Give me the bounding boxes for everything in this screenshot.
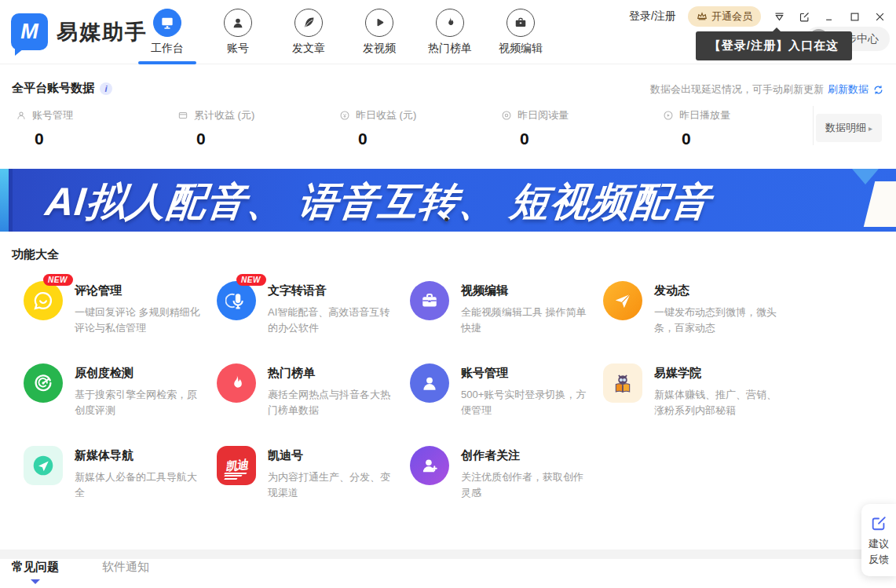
nav-item-hot-list[interactable]: 热门榜单: [415, 9, 485, 56]
feedback-button[interactable]: 建议 反馈: [861, 504, 896, 576]
feedback-label-line2: 反馈: [869, 552, 889, 568]
feature-title: 原创度检测: [75, 366, 207, 381]
section-divider: [0, 550, 896, 559]
navigation-icon: [24, 446, 63, 485]
tab-software-notice[interactable]: 软件通知: [102, 560, 149, 575]
feature-desc: 基于搜索引擎全网检索，原创度评测: [75, 387, 207, 418]
vip-button[interactable]: 开通会员: [688, 6, 761, 27]
feature-title: 创作者关注: [461, 448, 593, 463]
login-register-link[interactable]: 登录/注册: [629, 9, 676, 24]
feature-desc: AI智能配音、高效语音互转的办公软件: [268, 305, 400, 335]
stats-title: 全平台账号数据: [12, 81, 94, 96]
active-tab-indicator: [138, 61, 196, 64]
feature-card-text-to-speech[interactable]: NEW 文字转语音 AI智能配音、高效语音互转的办公软件: [217, 281, 410, 363]
feather-icon: [294, 9, 323, 37]
edit-icon[interactable]: [798, 10, 811, 24]
feature-card-post-moments[interactable]: 发动态 一键发布动态到微博，微头条，百家动态: [603, 281, 796, 363]
feature-card-kaidi[interactable]: 凯迪 凯迪号 为内容打通生产、分发、变现渠道: [217, 446, 410, 528]
stats-row: 账号管理 0 累计收益 (元) 0 昨日收益 (元) 0: [16, 108, 825, 148]
feature-desc: 新媒体赚钱、推广、营销、涨粉系列内部秘籍: [654, 387, 786, 418]
feature-card-comment-manage[interactable]: NEW 评论管理 一键回复评论 多规则精细化评论与私信管理: [24, 281, 217, 363]
features-title: 功能大全: [12, 247, 59, 262]
nav-item-workbench[interactable]: 工作台: [132, 9, 203, 56]
minimize-icon[interactable]: [823, 10, 836, 24]
app-window: M 易媒助手 工作台 账号 发文章: [0, 0, 896, 588]
feature-card-yimei-academy[interactable]: 易媒学院 新媒体赚钱、推广、营销、涨粉系列内部秘籍: [603, 363, 796, 446]
feature-title: 凯迪号: [268, 448, 400, 463]
radar-icon: [24, 363, 63, 403]
logo-icon: M: [11, 13, 48, 50]
stat-label: 累计收益 (元): [194, 108, 254, 122]
feature-card-video-edit[interactable]: 视频编辑 全能视频编辑工具 操作简单快捷: [410, 281, 603, 363]
monitor-icon: [153, 9, 181, 37]
data-detail-button[interactable]: 数据明细▸: [816, 114, 882, 142]
nav-item-publish-article[interactable]: 发文章: [273, 9, 344, 56]
edit-icon: [870, 514, 887, 531]
feature-card-account-manage[interactable]: 账号管理 500+账号实时登录切换，方便管理: [410, 363, 603, 446]
nav-label: 账号: [227, 42, 249, 56]
login-tooltip: 【登录/注册】入口在这: [696, 31, 852, 60]
refresh-icon[interactable]: [872, 84, 884, 96]
stat-total-income: 累计收益 (元) 0: [177, 108, 339, 148]
user-icon: [224, 9, 252, 37]
user-icon: [16, 110, 27, 121]
feature-desc: 新媒体人必备的工具导航大全: [75, 469, 207, 500]
nav-item-publish-video[interactable]: 发视频: [344, 9, 415, 56]
stat-yesterday-plays: 昨日播放量 0: [663, 108, 825, 148]
promo-banner[interactable]: AI拟人配音、 语音互转、 短视频配音: [0, 169, 896, 232]
app-logo: M 易媒助手: [11, 13, 148, 50]
carousel-dot[interactable]: [444, 217, 448, 221]
caret-right-icon: ▸: [869, 124, 872, 133]
stats-panel: 全平台账号数据 i 数据会出现延迟情况，可手动刷新更新 刷新数据 账号管理 0: [0, 65, 896, 167]
delay-note: 数据会出现延迟情况，可手动刷新更新: [650, 82, 824, 97]
feature-title: 新媒体导航: [75, 448, 207, 463]
feature-title: 易媒学院: [654, 366, 786, 381]
user-plus-icon: [410, 446, 449, 485]
feature-card-creator-follow[interactable]: 创作者关注 关注优质创作者，获取创作灵感: [410, 446, 603, 528]
kaidi-logo-icon: 凯迪: [217, 446, 256, 485]
feature-card-hot-list[interactable]: 热门榜单 裹括全网热点与抖音各大热门榜单数据: [217, 363, 410, 446]
feature-desc: 500+账号实时登录切换，方便管理: [461, 387, 593, 418]
feature-desc: 一键发布动态到微博，微头条，百家动态: [654, 305, 786, 335]
titlebar-actions: 登录/注册 开通会员: [629, 6, 887, 27]
vip-label: 开通会员: [711, 9, 752, 24]
maximize-icon[interactable]: [848, 10, 861, 24]
feature-card-originality-check[interactable]: 原创度检测 基于搜索引擎全网检索，原创度评测: [24, 363, 217, 446]
stat-account-manage: 账号管理 0: [16, 108, 177, 148]
nav-label: 工作台: [151, 42, 184, 56]
microphone-icon: NEW: [217, 281, 256, 320]
kaidi-logo-lines: [225, 471, 248, 480]
stat-value: 0: [358, 130, 501, 148]
feature-card-newmedia-nav[interactable]: 新媒体导航 新媒体人必备的工具导航大全: [24, 446, 217, 528]
stat-value: 0: [520, 130, 663, 148]
feature-title: 文字转语音: [268, 283, 400, 298]
stat-label: 昨日收益 (元): [356, 108, 416, 122]
banner-headline: AI拟人配音、 语音互转、 短视频配音: [42, 176, 713, 228]
play-circle-icon: [663, 110, 674, 121]
divider: [813, 106, 814, 145]
play-icon: [365, 9, 393, 37]
stat-value: 0: [196, 130, 339, 148]
user-icon: [410, 363, 449, 403]
feature-title: 发动态: [654, 283, 786, 298]
nav-label: 热门榜单: [428, 42, 472, 56]
nav-item-video-editor[interactable]: 视频编辑: [485, 9, 556, 56]
feature-title: 热门榜单: [268, 366, 400, 381]
nav-item-accounts[interactable]: 账号: [203, 9, 273, 56]
feature-desc: 一键回复评论 多规则精细化评论与私信管理: [75, 305, 207, 335]
stat-label: 昨日阅读量: [517, 108, 569, 122]
close-icon[interactable]: [873, 10, 887, 24]
info-icon[interactable]: i: [100, 82, 112, 95]
banner-stripe: [9, 169, 13, 232]
nav-label: 发文章: [292, 42, 325, 56]
feature-desc: 关注优质创作者，获取创作灵感: [461, 469, 593, 500]
stat-yesterday-reads: 昨日阅读量 0: [501, 108, 663, 148]
tab-faq[interactable]: 常见问题: [12, 560, 59, 575]
flame-icon: [217, 363, 256, 403]
feature-title: 评论管理: [75, 283, 207, 298]
paper-plane-icon: [603, 281, 642, 320]
feature-desc: 全能视频编辑工具 操作简单快捷: [461, 305, 593, 335]
refresh-data-link[interactable]: 刷新数据: [828, 82, 869, 97]
feature-title: 视频编辑: [461, 283, 593, 298]
main-nav: 工作台 账号 发文章 发视频: [132, 9, 556, 56]
